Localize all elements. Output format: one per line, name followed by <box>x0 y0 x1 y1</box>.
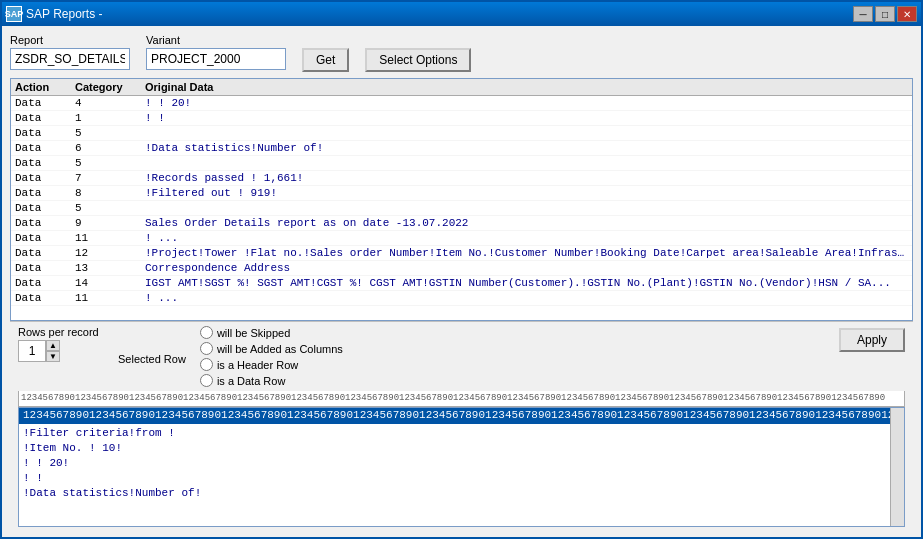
radio-skip-input[interactable] <box>200 326 213 339</box>
radio-skip[interactable]: will be Skipped <box>200 326 829 339</box>
spin-input: ▲ ▼ <box>18 340 108 362</box>
table-row: Data 9 Sales Order Details report as on … <box>11 216 912 231</box>
table-row: Data 11 ! ... <box>11 291 912 306</box>
rows-per-record-label: Rows per record <box>18 326 108 338</box>
row-category: 5 <box>75 202 145 214</box>
row-action: Data <box>15 142 75 154</box>
table-row: Data 7 !Records passed ! 1,661! <box>11 171 912 186</box>
select-options-button[interactable]: Select Options <box>365 48 471 72</box>
maximize-button[interactable]: □ <box>875 6 895 22</box>
row-category: 5 <box>75 127 145 139</box>
radio-data-input[interactable] <box>200 374 213 387</box>
row-action: Data <box>15 202 75 214</box>
table-row: Data 12 !Project!Tower !Flat no.!Sales o… <box>11 246 912 261</box>
get-button[interactable]: Get <box>302 48 349 72</box>
preview-row: ! ! 20! <box>23 456 886 471</box>
spin-up-button[interactable]: ▲ <box>46 340 60 351</box>
data-table-container: Action Category Original Data Data 4 ! !… <box>10 78 913 321</box>
radio-columns[interactable]: will be Added as Columns <box>200 342 829 355</box>
row-action: Data <box>15 247 75 259</box>
row-category: 7 <box>75 172 145 184</box>
row-original: IGST AMT!SGST %! SGST AMT!CGST %! CGST A… <box>145 277 908 289</box>
spin-buttons: ▲ ▼ <box>46 340 60 362</box>
preview-scrollbar[interactable] <box>890 408 904 526</box>
table-row: Data 13 Correspondence Address <box>11 261 912 276</box>
apply-button[interactable]: Apply <box>839 328 905 352</box>
row-action: Data <box>15 172 75 184</box>
header-action: Action <box>15 81 75 93</box>
app-icon: SAP <box>6 6 22 22</box>
row-original: Sales Order Details report as on date -1… <box>145 217 908 229</box>
row-category: 6 <box>75 142 145 154</box>
title-bar-left: SAP SAP Reports - <box>6 6 102 22</box>
radio-group: will be Skipped will be Added as Columns… <box>200 326 829 387</box>
row-original: ! ... <box>145 232 908 244</box>
row-original: !Filtered out ! 919! <box>145 187 908 199</box>
preview-row: ! ! <box>23 471 886 486</box>
row-category: 4 <box>75 97 145 109</box>
main-window: SAP SAP Reports - ─ □ ✕ Report Variant G… <box>0 0 923 539</box>
row-original: !Data statistics!Number of! <box>145 142 908 154</box>
report-input[interactable] <box>10 48 130 70</box>
radio-data-label: is a Data Row <box>217 375 285 387</box>
table-row: Data 6 !Data statistics!Number of! <box>11 141 912 156</box>
preview-area: 1234567890123456789012345678901234567890… <box>18 407 905 527</box>
radio-data[interactable]: is a Data Row <box>200 374 829 387</box>
row-original: ! ... <box>145 292 908 304</box>
row-original <box>145 202 908 214</box>
radio-header-label: is a Header Row <box>217 359 298 371</box>
variant-input[interactable] <box>146 48 286 70</box>
report-group: Report <box>10 34 130 70</box>
row-action: Data <box>15 292 75 304</box>
content-area: Report Variant Get Select Options Action… <box>2 26 921 537</box>
row-action: Data <box>15 232 75 244</box>
number-ruler: 1234567890123456789012345678901234567890… <box>18 391 905 407</box>
table-header: Action Category Original Data <box>11 79 912 96</box>
table-body[interactable]: Data 4 ! ! 20! Data 1 ! ! Data 5 Data 6 … <box>11 96 912 320</box>
row-action: Data <box>15 127 75 139</box>
header-original: Original Data <box>145 81 908 93</box>
rows-spin-input[interactable] <box>18 340 46 362</box>
row-original: !Project!Tower !Flat no.!Sales order Num… <box>145 247 908 259</box>
radio-header-input[interactable] <box>200 358 213 371</box>
preview-row: !Data statistics!Number of! <box>23 486 886 501</box>
row-action: Data <box>15 217 75 229</box>
row-action: Data <box>15 157 75 169</box>
variant-label: Variant <box>146 34 286 46</box>
row-action: Data <box>15 277 75 289</box>
preview-row: !Item No. ! 10! <box>23 441 886 456</box>
header-category: Category <box>75 81 145 93</box>
title-bar-controls: ─ □ ✕ <box>853 6 917 22</box>
row-original: Correspondence Address <box>145 262 908 274</box>
options-row: Rows per record ▲ ▼ Selected Row <box>18 326 905 387</box>
preview-selected-row: 1234567890123456789012345678901234567890… <box>19 408 890 424</box>
spin-down-button[interactable]: ▼ <box>46 351 60 362</box>
selected-row-label: Selected Row <box>118 353 186 365</box>
radio-header[interactable]: is a Header Row <box>200 358 829 371</box>
row-category: 11 <box>75 292 145 304</box>
row-original <box>145 157 908 169</box>
radio-columns-label: will be Added as Columns <box>217 343 343 355</box>
bottom-section: Rows per record ▲ ▼ Selected Row <box>10 321 913 531</box>
close-button[interactable]: ✕ <box>897 6 917 22</box>
apply-btn-area: Apply <box>839 326 905 352</box>
form-row: Report Variant Get Select Options <box>10 32 913 72</box>
row-category: 14 <box>75 277 145 289</box>
window-title: SAP Reports - <box>26 7 102 21</box>
radio-skip-label: will be Skipped <box>217 327 290 339</box>
row-original: !Records passed ! 1,661! <box>145 172 908 184</box>
row-original <box>145 127 908 139</box>
row-category: 12 <box>75 247 145 259</box>
minimize-button[interactable]: ─ <box>853 6 873 22</box>
row-action: Data <box>15 262 75 274</box>
row-category: 13 <box>75 262 145 274</box>
row-action: Data <box>15 112 75 124</box>
row-category: 9 <box>75 217 145 229</box>
row-category: 11 <box>75 232 145 244</box>
table-row: Data 5 <box>11 126 912 141</box>
radio-columns-input[interactable] <box>200 342 213 355</box>
row-original: ! ! <box>145 112 908 124</box>
table-row: Data 14 IGST AMT!SGST %! SGST AMT!CGST %… <box>11 276 912 291</box>
preview-rows: !Filter criteria!from !!Item No. ! 10!! … <box>19 424 890 503</box>
table-row: Data 1 ! ! <box>11 111 912 126</box>
